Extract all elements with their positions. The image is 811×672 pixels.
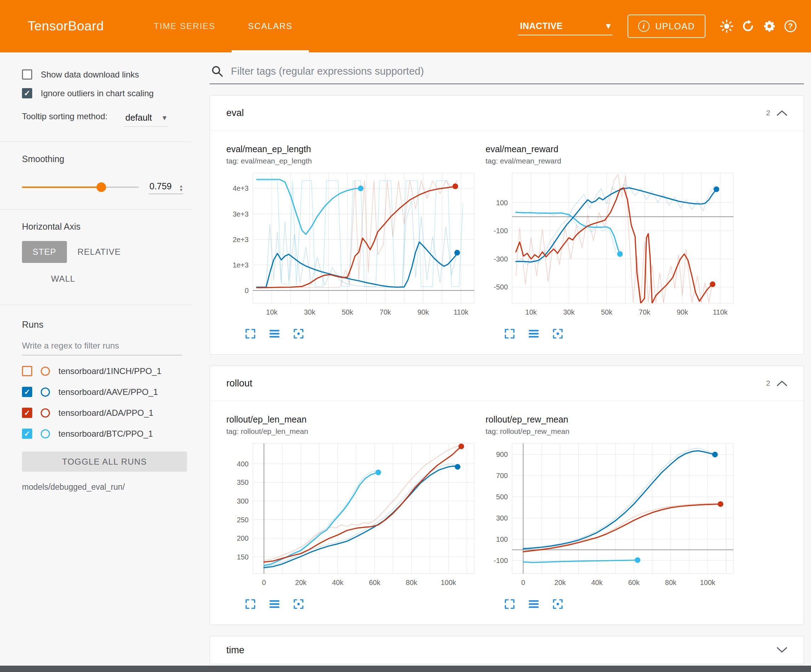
chart-tag: tag: rollout/ep_len_mean xyxy=(226,427,476,436)
svg-text:110k: 110k xyxy=(454,308,469,316)
data-table-icon[interactable] xyxy=(528,328,540,339)
fit-data-icon[interactable] xyxy=(552,328,563,339)
chart-tag: tag: eval/mean_ep_length xyxy=(226,157,476,165)
run-status-dropdown[interactable]: INACTIVE ▾ xyxy=(518,17,612,36)
refresh-icon[interactable] xyxy=(737,15,758,37)
fit-data-icon[interactable] xyxy=(552,598,563,610)
ignore-outliers-checkbox[interactable]: ✓ xyxy=(22,88,32,98)
svg-text:70k: 70k xyxy=(380,308,391,316)
divider xyxy=(0,142,191,142)
help-icon[interactable]: ? xyxy=(780,15,801,37)
data-table-icon[interactable] xyxy=(269,598,280,610)
fit-data-icon[interactable] xyxy=(293,328,304,339)
axis-wall-button[interactable]: WALL xyxy=(41,268,86,290)
svg-text:20k: 20k xyxy=(295,579,307,586)
tooltip-sorting-label: Tooltip sorting method: xyxy=(22,110,111,127)
stepper-down-icon: ▾ xyxy=(180,188,182,192)
main-content: eval2eval/mean_ep_lengthtag: eval/mean_e… xyxy=(205,52,811,672)
chart-title: rollout/ep_rew_mean xyxy=(485,415,736,425)
run-color-swatch[interactable] xyxy=(41,429,50,438)
chart-plot[interactable]: 10k30k50k70k90k110k100-100-300-500 xyxy=(485,169,736,325)
settings-gear-icon[interactable] xyxy=(758,15,780,37)
runs-filter-input[interactable] xyxy=(22,336,182,355)
expand-icon[interactable] xyxy=(504,328,515,339)
tab-scalars[interactable]: SCALARS xyxy=(232,0,309,52)
brightness-icon[interactable] xyxy=(716,15,737,37)
run-checkbox[interactable]: ✓ xyxy=(22,408,32,418)
chevron-down-icon: ▾ xyxy=(606,21,611,31)
header-actions: INACTIVE ▾ i UPLOAD ? xyxy=(518,0,801,52)
section-chart-count: 2 xyxy=(766,108,770,117)
chart-tag: tag: eval/mean_reward xyxy=(485,157,736,165)
run-checkbox[interactable]: ✓ xyxy=(22,387,32,397)
series-end-dot xyxy=(358,185,364,191)
upload-button[interactable]: i UPLOAD xyxy=(628,15,706,38)
svg-text:40k: 40k xyxy=(591,579,603,586)
expand-icon[interactable] xyxy=(504,598,515,610)
svg-text:40k: 40k xyxy=(332,579,344,586)
header-tabs: TIME SERIES SCALARS xyxy=(137,0,309,52)
info-icon: i xyxy=(638,20,650,32)
app-header: TensorBoard TIME SERIES SCALARS INACTIVE… xyxy=(0,0,811,52)
svg-text:900: 900 xyxy=(496,450,508,458)
run-label: tensorboard/1INCH/PPO_1 xyxy=(58,366,161,376)
number-stepper[interactable]: ▴ ▾ xyxy=(180,184,182,191)
run-checkbox[interactable]: ✓ xyxy=(22,428,32,439)
bottom-scrollbar[interactable] xyxy=(0,665,811,672)
run-color-swatch[interactable] xyxy=(41,367,50,376)
svg-text:150: 150 xyxy=(237,553,249,561)
charts-row: eval/mean_ep_lengthtag: eval/mean_ep_len… xyxy=(210,130,804,354)
chart-card-rollout-ep-rew-mean: rollout/ep_rew_meantag: rollout/ep_rew_m… xyxy=(485,415,736,610)
svg-text:2e+3: 2e+3 xyxy=(232,236,249,244)
section-header[interactable]: time xyxy=(210,636,804,664)
svg-text:60k: 60k xyxy=(628,579,640,586)
run-row: ✓tensorboard/ADA/PPO_1 xyxy=(22,408,190,418)
svg-text:0: 0 xyxy=(521,579,525,586)
toggle-all-runs-button[interactable]: TOGGLE ALL RUNS xyxy=(22,452,187,472)
expand-icon[interactable] xyxy=(245,598,256,610)
svg-text:30k: 30k xyxy=(563,308,575,316)
collapse-section-icon[interactable] xyxy=(777,380,787,386)
smoothing-slider-thumb[interactable] xyxy=(97,182,106,192)
chart-toolbar xyxy=(485,328,736,339)
svg-text:500: 500 xyxy=(496,493,508,501)
smoothing-slider-fill xyxy=(22,186,101,188)
axis-step-button[interactable]: STEP xyxy=(22,241,67,263)
svg-text:70k: 70k xyxy=(639,308,651,316)
series-end-dot xyxy=(455,250,460,256)
collapse-section-icon[interactable] xyxy=(777,110,787,116)
chart-plot[interactable]: 10k30k50k70k90k110k01e+32e+33e+34e+3 xyxy=(226,169,476,325)
runs-section-label: Runs xyxy=(22,319,190,330)
run-color-swatch[interactable] xyxy=(41,388,50,397)
section-header[interactable]: eval2 xyxy=(210,96,804,130)
svg-text:50k: 50k xyxy=(601,308,612,316)
svg-text:1e+3: 1e+3 xyxy=(232,261,249,269)
axis-relative-button[interactable]: RELATIVE xyxy=(67,241,131,263)
chart-plot[interactable]: 020k40k60k80k100k150200250300350400 xyxy=(226,440,476,596)
tag-filter-input[interactable] xyxy=(231,66,803,77)
data-table-icon[interactable] xyxy=(528,598,540,610)
svg-text:-100: -100 xyxy=(494,227,508,235)
smoothing-label: Smoothing xyxy=(22,154,190,164)
svg-text:10k: 10k xyxy=(266,308,278,316)
fit-data-icon[interactable] xyxy=(293,598,304,610)
tooltip-sorting-select[interactable]: default ▾ xyxy=(124,110,168,127)
expand-section-icon[interactable] xyxy=(777,647,787,653)
data-table-icon[interactable] xyxy=(269,328,280,339)
smoothing-value-box: ▴ ▾ xyxy=(149,180,183,194)
svg-text:30k: 30k xyxy=(304,308,316,316)
svg-text:60k: 60k xyxy=(369,579,381,586)
svg-text:80k: 80k xyxy=(406,579,417,586)
smoothing-value-input[interactable] xyxy=(149,181,177,191)
svg-text:-500: -500 xyxy=(494,283,508,291)
expand-icon[interactable] xyxy=(245,328,256,339)
chart-tag: tag: rollout/ep_rew_mean xyxy=(485,427,736,436)
run-color-swatch[interactable] xyxy=(41,408,50,418)
chart-plot[interactable]: 020k40k60k80k100k-100100300500700900 xyxy=(485,440,736,596)
horizontal-axis-label: Horizontal Axis xyxy=(22,222,190,232)
section-header[interactable]: rollout2 xyxy=(210,366,804,401)
run-checkbox[interactable] xyxy=(22,366,32,376)
show-download-links-checkbox[interactable] xyxy=(22,69,32,80)
smoothing-slider[interactable] xyxy=(22,186,139,188)
tab-time-series[interactable]: TIME SERIES xyxy=(137,0,232,52)
